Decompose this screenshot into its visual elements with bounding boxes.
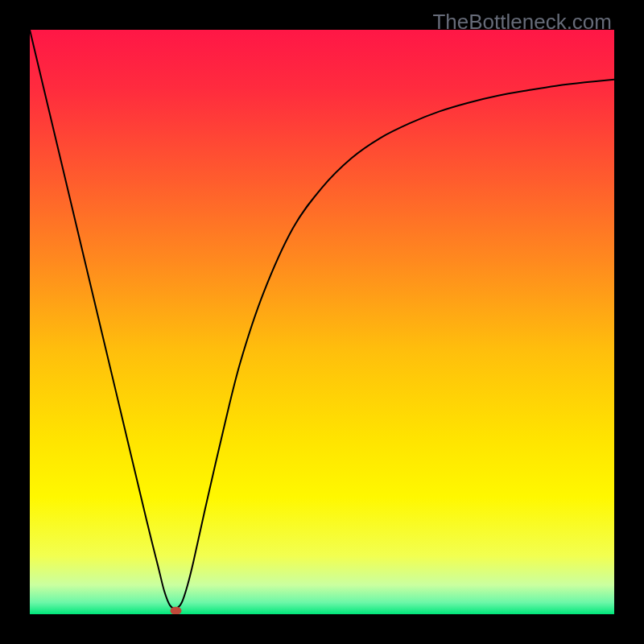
chart-area (30, 30, 614, 614)
chart-background (30, 30, 614, 614)
bottleneck-chart (30, 30, 614, 614)
